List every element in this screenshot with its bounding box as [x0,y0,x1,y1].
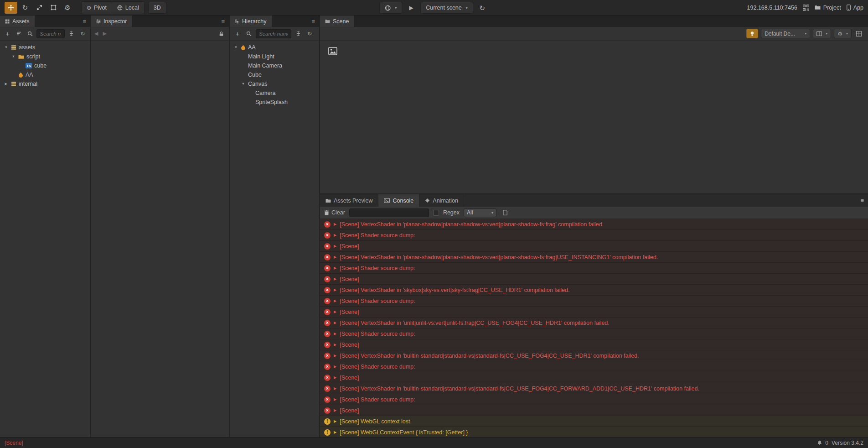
expand-arrow-icon[interactable]: ▶ [334,398,336,401]
expand-arrow-icon[interactable]: ▶ [334,354,336,358]
log-level-select[interactable]: All ▾ [464,208,496,217]
scene-grid-toggle[interactable] [854,29,863,38]
scene-light-toggle[interactable] [746,29,758,38]
expand-arrow-icon[interactable]: ▶ [334,365,336,369]
panel-menu-icon[interactable]: ≡ [856,194,868,207]
node-spritesplash[interactable]: SpriteSplash [230,98,319,107]
console-tab-animation[interactable]: Animation [419,194,464,207]
tab-inspector[interactable]: Inspector [91,16,132,27]
sort-assets-button[interactable] [14,29,23,38]
tab-assets[interactable]: Assets [0,16,35,27]
log-entry[interactable]: ×▶[Scene] VertexShader in 'planar-shadow… [320,252,868,263]
export-log-button[interactable] [501,208,510,217]
history-back-button[interactable]: ◀ [94,31,98,36]
rotate-tool-button[interactable]: ↻ [19,2,31,14]
asset-assets[interactable]: ▼assets [0,43,90,52]
refresh-hierarchy-button[interactable]: ↻ [305,29,314,38]
collapse-arrow-icon[interactable]: ▼ [233,46,238,49]
node-canvas[interactable]: ▼Canvas [230,79,319,89]
tab-hierarchy[interactable]: Hierarchy [230,16,272,27]
expand-arrow-icon[interactable]: ▶ [334,245,336,248]
log-entry[interactable]: ×▶[Scene] [320,274,868,285]
panel-menu-icon[interactable]: ≡ [307,16,319,27]
collapse-arrow-icon[interactable]: ▼ [11,55,16,58]
asset-script[interactable]: ▼script [0,52,90,61]
log-entry[interactable]: ×▶[Scene] VertexShader in 'builtin-stand… [320,350,868,361]
collapse-arrow-icon[interactable]: ▼ [4,46,9,49]
collapse-arrow-icon[interactable]: ▼ [241,82,246,86]
log-entry[interactable]: ×▶[Scene] [320,339,868,350]
collapse-all-button[interactable] [294,29,303,38]
scene-viewport[interactable] [320,41,868,193]
expand-arrow-icon[interactable]: ▶ [334,431,336,434]
log-entry[interactable]: ×▶[Scene] [320,307,868,318]
local-button[interactable]: Local [112,2,144,14]
scene-display-select[interactable]: Default De... ▾ [761,29,810,38]
node-main-light[interactable]: Main Light [230,52,319,61]
expand-arrow-icon[interactable]: ▶ [334,288,336,292]
reload-preview-button[interactable]: ↻ [476,2,489,14]
log-entry[interactable]: ×▶[Scene] Shader source dump: [320,328,868,339]
node-aa[interactable]: ▼AA [230,43,319,52]
regex-checkbox[interactable] [433,210,439,216]
scene-layout-button[interactable]: ▾ [813,29,831,38]
notifications-bell-icon[interactable] [817,440,822,445]
log-entry[interactable]: ×▶[Scene] Shader source dump: [320,361,868,372]
create-asset-button[interactable]: + [3,29,12,38]
log-entry[interactable]: ×▶[Scene] VertexShader in 'unlit|unlit-v… [320,318,868,328]
console-tab-assets-preview[interactable]: Assets Preview [320,194,378,207]
pivot-button[interactable]: ⊕ Pivot [82,2,112,14]
mode-3d-button[interactable]: 3D [148,2,166,14]
node-camera[interactable]: Camera [230,89,319,98]
panel-menu-icon[interactable]: ≡ [78,16,90,27]
move-tool-button[interactable] [5,2,17,14]
app-button[interactable]: App [847,5,863,11]
expand-arrow-icon[interactable]: ▶ [334,409,336,412]
search-type-button[interactable] [26,29,34,38]
expand-arrow-icon[interactable]: ▶ [334,223,336,226]
expand-arrow-icon[interactable]: ▶ [334,332,336,336]
clear-console-button[interactable]: Clear [324,209,345,216]
console-tab-console[interactable]: Console [378,194,419,207]
scene-settings-button[interactable]: ⚙ ▾ [834,29,852,38]
log-entry[interactable]: ×▶[Scene] [320,405,868,416]
hierarchy-search-input[interactable] [256,29,291,38]
expand-arrow-icon[interactable]: ▶ [334,234,336,237]
log-entry[interactable]: ×▶[Scene] VertexShader in 'planar-shadow… [320,219,868,230]
node-cube[interactable]: Cube [230,70,319,79]
status-message[interactable]: [Scene] [5,440,23,446]
log-entry[interactable]: ×▶[Scene] VertexShader in 'skybox|sky-vs… [320,285,868,296]
expand-arrow-icon[interactable]: ▶ [334,310,336,314]
preview-address[interactable]: 192.168.5.110:7456 [747,5,797,11]
expand-arrow-icon[interactable]: ▶ [334,420,336,423]
create-node-button[interactable]: + [233,29,242,38]
expand-arrow-icon[interactable]: ▶ [334,343,336,347]
log-entry[interactable]: ×▶[Scene] [320,372,868,383]
log-entry[interactable]: !▶[Scene] WebGL context lost. [320,416,868,427]
asset-cube[interactable]: TScube [0,61,90,70]
log-entry[interactable]: ×▶[Scene] Shader source dump: [320,296,868,307]
qr-code-icon[interactable] [803,5,809,11]
expand-arrow-icon[interactable]: ▶ [334,387,336,391]
log-entry[interactable]: ×▶[Scene] Shader source dump: [320,394,868,405]
node-main-camera[interactable]: Main Camera [230,61,319,70]
expand-arrow-icon[interactable]: ▶ [334,266,336,270]
log-entry[interactable]: ×▶[Scene] [320,241,868,252]
lock-inspector-button[interactable] [217,29,226,38]
asset-aa[interactable]: AA [0,70,90,79]
panel-menu-icon[interactable]: ≡ [217,16,229,27]
assets-search-input[interactable] [36,29,65,38]
log-entry[interactable]: ×▶[Scene] Shader source dump: [320,230,868,241]
expand-arrow-icon[interactable]: ▶ [334,255,336,259]
tab-scene[interactable]: Scene [320,16,354,27]
collapse-all-button[interactable] [67,29,76,38]
rect-tool-button[interactable] [47,2,60,14]
log-entry[interactable]: ×▶[Scene] VertexShader in 'builtin-stand… [320,383,868,394]
play-button[interactable]: ▶ [405,2,418,14]
search-type-button[interactable] [244,29,253,38]
expand-arrow-icon[interactable]: ▶ [334,321,336,325]
scene-select[interactable]: Current scene ▾ [420,2,473,14]
log-entry[interactable]: ×▶[Scene] Shader source dump: [320,263,868,274]
gizmo-settings-button[interactable]: ⚙ [61,2,74,14]
console-filter-input[interactable] [349,208,429,217]
